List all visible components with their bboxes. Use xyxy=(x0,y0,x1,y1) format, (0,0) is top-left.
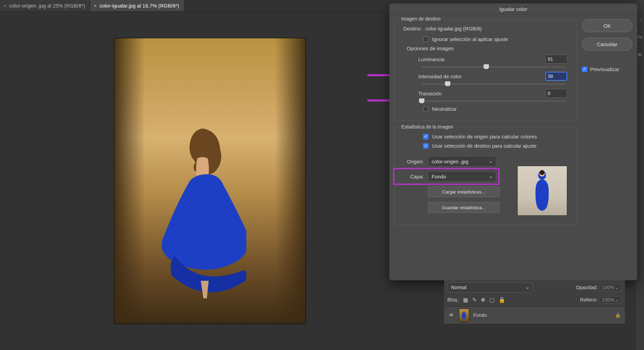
lock-transparency-icon[interactable]: ▦ xyxy=(463,297,468,303)
panel-tab-label[interactable]: Bi xyxy=(638,53,642,57)
color-intensity-input[interactable] xyxy=(545,72,567,81)
ok-button[interactable]: OK xyxy=(582,19,632,32)
collapse-icon[interactable]: « xyxy=(639,17,640,21)
source-label: Origen: xyxy=(403,159,424,164)
lock-position-icon[interactable]: ✥ xyxy=(481,297,485,303)
image-statistics-section: Estadística de la imagen Usar selección … xyxy=(394,127,576,225)
canvas-area[interactable] xyxy=(0,12,420,350)
fade-label: Transición xyxy=(418,91,442,96)
visibility-icon[interactable]: 👁 xyxy=(448,312,455,318)
layer-select[interactable]: Fondo xyxy=(428,171,496,181)
layer-row[interactable]: 👁 Fondo 🔒 xyxy=(444,307,625,324)
color-intensity-label: Intensidad de color xyxy=(418,73,462,79)
neutralize-label: Neutralizar xyxy=(432,106,457,112)
chevron-down-icon: ⌄ xyxy=(615,297,619,302)
panel-tab-label[interactable]: Fo xyxy=(638,35,642,39)
color-intensity-control: Intensidad de color xyxy=(403,72,567,85)
image-subject xyxy=(158,118,247,306)
preview-checkbox[interactable] xyxy=(582,67,587,72)
source-select-value: color-origen .jpg xyxy=(432,159,468,164)
blend-mode-value: Normal xyxy=(451,285,466,290)
use-target-selection-checkbox[interactable] xyxy=(423,143,429,149)
destination-label: Destino: xyxy=(403,26,422,31)
preview-label: Previsualizar xyxy=(590,66,619,72)
cancel-button[interactable]: Cancelar xyxy=(582,38,632,51)
luminance-input[interactable] xyxy=(545,55,567,64)
layers-panel: Normal Opacidad: 100% ⌄ Bloq.: ▦ ✎ ✥ ▢ 🔒… xyxy=(444,280,625,324)
fade-input[interactable] xyxy=(545,89,567,98)
luminance-slider[interactable] xyxy=(422,66,565,68)
close-icon[interactable]: × xyxy=(94,3,97,9)
luminance-control: Luminancia xyxy=(403,55,567,68)
tab-label: color-igualar.jpg al 16,7% (RGB/8*) xyxy=(99,3,179,9)
source-select[interactable]: color-origen .jpg xyxy=(428,156,496,166)
layer-label: Capa: xyxy=(403,174,424,179)
lock-icons-group: ▦ ✎ ✥ ▢ 🔒 xyxy=(463,297,505,303)
use-source-selection-label: Usar selección de origen para calcular c… xyxy=(432,134,537,139)
lock-label: Bloq.: xyxy=(447,297,460,302)
save-statistics-button[interactable]: Guardar estadística... xyxy=(428,202,500,213)
use-target-selection-label: Usar selección de destino para calcular … xyxy=(432,143,536,149)
slider-thumb[interactable] xyxy=(419,98,424,103)
source-thumbnail xyxy=(517,166,567,216)
ignore-selection-label: Ignorar selección al aplicar ajuste xyxy=(432,36,508,42)
use-source-selection-checkbox[interactable] xyxy=(423,134,429,139)
layer-select-value: Fondo xyxy=(432,174,446,179)
slider-thumb[interactable] xyxy=(445,81,450,86)
fill-label: Relleno: xyxy=(580,297,598,302)
match-color-dialog: Igualar color Imagen de destino Destino:… xyxy=(389,3,637,280)
dialog-title: Igualar color xyxy=(389,3,637,14)
tab-label: color-origen .jpg al 25% (RGB/8*) xyxy=(9,3,85,9)
opacity-input[interactable]: 100% ⌄ xyxy=(600,284,621,291)
chevron-down-icon: ⌄ xyxy=(615,285,619,290)
fill-value: 100% xyxy=(602,297,614,302)
destination-value: color-igualar.jpg (RGB/8) xyxy=(425,26,482,31)
section-legend: Imagen de destino xyxy=(399,16,443,22)
lock-all-icon[interactable]: 🔒 xyxy=(499,297,505,303)
fade-slider[interactable] xyxy=(422,100,565,102)
dialog-side-buttons: OK Cancelar Previsualizar xyxy=(582,19,632,225)
layer-name: Fondo xyxy=(473,312,487,318)
close-icon[interactable]: × xyxy=(3,3,6,9)
fade-control: Transición xyxy=(403,89,567,102)
document-image[interactable] xyxy=(114,38,306,324)
opacity-value: 100% xyxy=(602,285,614,290)
blend-mode-select[interactable]: Normal xyxy=(447,282,533,293)
lock-pixels-icon[interactable]: ✎ xyxy=(472,297,477,303)
fill-input[interactable]: 100% ⌄ xyxy=(600,296,621,304)
load-statistics-button[interactable]: Cargar estadísticas... xyxy=(428,186,500,197)
opacity-label: Opacidad: xyxy=(576,285,598,290)
destination-image-section: Imagen de destino Destino: color-igualar… xyxy=(394,19,576,121)
document-tab[interactable]: × color-origen .jpg al 25% (RGB/8*) xyxy=(0,0,90,11)
neutralize-checkbox[interactable] xyxy=(423,106,429,112)
ignore-selection-checkbox[interactable] xyxy=(423,37,429,42)
color-intensity-slider[interactable] xyxy=(422,83,565,85)
document-tab[interactable]: × color-igualar.jpg al 16,7% (RGB/8*) xyxy=(90,0,184,11)
layer-thumbnail[interactable] xyxy=(459,309,469,322)
slider-thumb[interactable] xyxy=(484,64,489,69)
image-options-label: Opciones de imagen xyxy=(407,45,567,51)
lock-icon: 🔒 xyxy=(615,312,621,318)
lock-artboard-icon[interactable]: ▢ xyxy=(489,297,494,303)
luminance-label: Luminancia xyxy=(418,56,445,62)
section-legend: Estadística de la imagen xyxy=(399,124,456,130)
